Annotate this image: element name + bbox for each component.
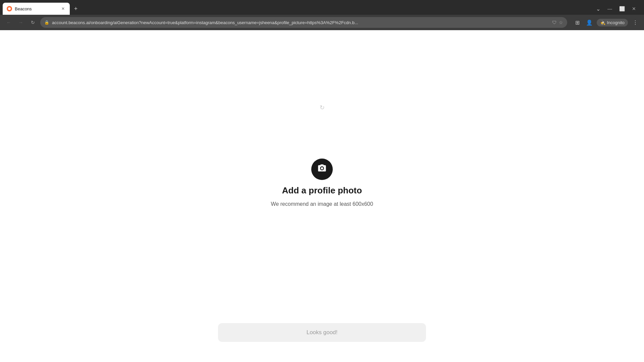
refresh-icon: ↻ bbox=[31, 20, 35, 25]
minimize-button[interactable]: — bbox=[605, 4, 614, 13]
extensions-icon: ⊞ bbox=[575, 19, 580, 26]
loading-indicator: ↻ bbox=[320, 104, 325, 111]
refresh-button[interactable]: ↻ bbox=[28, 18, 38, 27]
menu-button[interactable]: ⋮ bbox=[631, 18, 640, 27]
page-title: Add a profile photo bbox=[282, 185, 362, 196]
active-tab[interactable]: Beacons ✕ bbox=[3, 3, 70, 15]
close-window-button[interactable]: ✕ bbox=[629, 4, 639, 13]
camera-icon bbox=[317, 163, 327, 175]
new-tab-button[interactable]: + bbox=[71, 4, 80, 13]
url-text: account.beacons.ai/onboarding/aiGenerati… bbox=[52, 20, 549, 25]
looks-good-button[interactable]: Looks good! bbox=[218, 323, 426, 342]
tab-bar-right: ⌄ — ⬜ ✕ bbox=[594, 4, 641, 13]
page-subtitle: We recommend an image at least 600x600 bbox=[271, 201, 373, 207]
svg-point-0 bbox=[321, 167, 323, 170]
incognito-label: Incognito bbox=[607, 20, 625, 25]
page-content: ↻ Add a profile photo We recommend an im… bbox=[0, 30, 644, 362]
menu-icon: ⋮ bbox=[633, 19, 638, 26]
back-icon: ← bbox=[6, 20, 11, 25]
browser-right-icons: ⊞ 👤 🕵 Incognito ⋮ bbox=[573, 18, 640, 27]
lock-icon: 🔒 bbox=[44, 20, 49, 25]
navigation-bar: ← → ↻ 🔒 account.beacons.ai/onboarding/ai… bbox=[0, 15, 644, 30]
tab-dropdown-icon[interactable]: ⌄ bbox=[594, 4, 602, 13]
tab-favicon bbox=[7, 6, 12, 11]
address-bar-icons: 🛡 ☆ bbox=[552, 20, 563, 25]
profile-section: Add a profile photo We recommend an imag… bbox=[271, 159, 373, 207]
bookmark-icon[interactable]: ☆ bbox=[559, 20, 563, 25]
tab-bar: Beacons ✕ + ⌄ — ⬜ ✕ bbox=[0, 0, 644, 15]
tab-close-button[interactable]: ✕ bbox=[60, 6, 66, 11]
browser-chrome: Beacons ✕ + ⌄ — ⬜ ✕ ← → ↻ 🔒 account.beac… bbox=[0, 0, 644, 30]
shield-icon[interactable]: 🛡 bbox=[552, 20, 557, 25]
incognito-hat-icon: 🕵 bbox=[600, 20, 605, 25]
camera-upload-button[interactable] bbox=[311, 159, 333, 180]
forward-icon: → bbox=[18, 20, 23, 25]
profile-icon: 👤 bbox=[586, 19, 593, 26]
back-button[interactable]: ← bbox=[4, 18, 13, 27]
incognito-button[interactable]: 🕵 Incognito bbox=[597, 19, 628, 26]
tab-title: Beacons bbox=[15, 6, 58, 11]
address-bar[interactable]: 🔒 account.beacons.ai/onboarding/aiGenera… bbox=[40, 17, 567, 28]
restore-button[interactable]: ⬜ bbox=[617, 4, 627, 13]
extensions-button[interactable]: ⊞ bbox=[573, 18, 582, 27]
profile-button[interactable]: 👤 bbox=[585, 18, 594, 27]
forward-button[interactable]: → bbox=[16, 18, 25, 27]
